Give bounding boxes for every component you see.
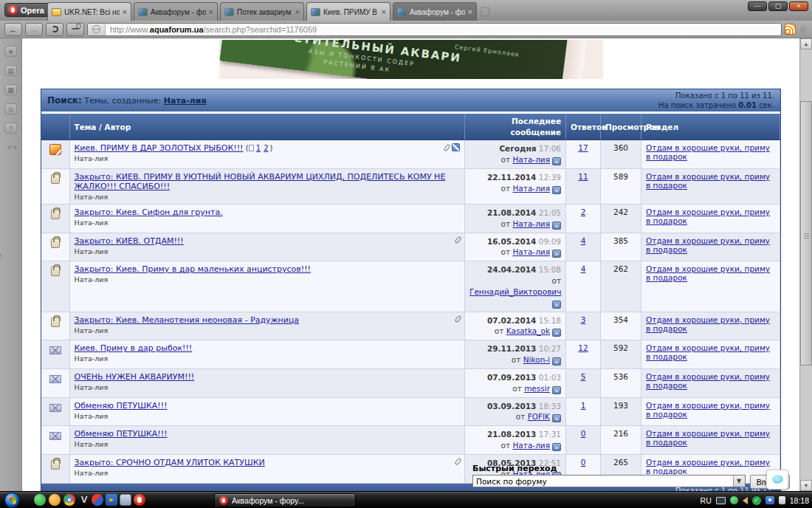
ad-banner[interactable]: Сергей Ермолаев СТИТЕЛЬНЫЙ АКВАРИ АЗЫ И … [219,40,603,79]
last-post-user-link[interactable]: FOFIK [528,412,550,421]
tray-antivirus-icon[interactable]: ✓ [752,496,761,505]
goto-last-post-icon[interactable] [552,443,561,451]
section-link[interactable]: Отдам в хорошие руки, приму в подарок [646,143,770,161]
language-indicator[interactable]: RU [701,496,712,505]
replies-link[interactable]: 11 [578,172,588,181]
widgets-panel-icon[interactable]: ▦ [4,84,17,95]
section-link[interactable]: Отдам в хорошие руки, приму в подарок [646,264,770,282]
topic-title-link[interactable]: Закрыто: Киев. Сифон для грунта. [75,207,223,217]
replies-link[interactable]: 1 [581,401,586,410]
last-post-user-link[interactable]: Ната-лия [512,155,550,164]
last-post-user-link[interactable]: Ната-лия [512,441,550,450]
section-link[interactable]: Отдам в хорошие руки, приму в подарок [646,315,770,333]
v-app-icon[interactable]: V [78,494,90,506]
scroll-up-arrow[interactable]: ▲ [800,38,812,49]
topic-title-link[interactable]: Закрыто: КИЕВ. ОТДАМ!!! [75,236,184,246]
goto-last-post-icon[interactable] [552,301,561,309]
replies-link[interactable]: 17 [578,143,588,152]
media-player-icon[interactable] [106,494,117,506]
topic-title-link[interactable]: Закрыто: Киев. Приму в дар маленьких анц… [75,264,311,274]
topic-title-link[interactable]: Обменяю ПЕТУШКА!!! [75,429,168,439]
active-task-button[interactable]: Аквафорум - фору... [214,493,356,507]
tab-ukrnet[interactable]: UKR.NET: Всі новини ... × [47,2,131,21]
replies-link[interactable]: 0 [581,429,586,438]
topic-title-link[interactable]: ОЧЕНЬ НУЖЕН АКВАРИУМ!!! [75,372,195,382]
reload-button[interactable] [46,23,63,36]
notes-panel-icon[interactable]: ▤ [4,65,17,76]
search-user-link[interactable]: Ната-лия [164,96,207,106]
opera-taskbar-icon[interactable] [134,494,145,506]
header-topic[interactable]: Тема / Автор [69,114,465,140]
close-tab-icon[interactable]: × [209,8,213,16]
start-button[interactable] [4,492,20,508]
scroll-down-arrow[interactable]: ▼ [800,480,812,491]
page-scrollbar[interactable]: ▲ ▼ [799,38,812,491]
panel-collapse-arrow[interactable]: ‹ [0,251,2,259]
wand-button[interactable] [66,23,84,36]
bookmark-star-icon[interactable]: ☆ [799,24,808,35]
topic-title-link[interactable]: Закрыто: Киев. Меланотения неоновая - Ра… [75,315,300,325]
section-link[interactable]: Отдам в хорошие руки, приму в подарок [646,401,770,419]
topic-title-link[interactable]: Обменяю ПЕТУШКА!!! [75,401,168,411]
paperclip-icon[interactable] [454,315,461,323]
replies-link[interactable]: 5 [581,372,586,381]
replies-link[interactable]: 3 [581,315,586,324]
back-button[interactable]: ← [4,23,22,36]
topic-title-link[interactable]: Закрыто: СРОЧНО ОТДАМ УЛИТОК КАТУШКИ [75,458,265,467]
section-link[interactable]: Отдам в хорошие руки, приму в подарок [646,172,770,190]
paperclip-icon[interactable] [443,143,450,151]
tab-aquaforum-1[interactable]: Аквафорум - форум ... × [134,2,218,21]
last-post-user-link[interactable]: Ната-лия [512,219,550,228]
topic-title-link[interactable]: Закрыто: КИЕВ. ПРИМУ В УЮТНЫЙ НОВЫЙ АКВА… [75,172,446,191]
section-link[interactable]: Отдам в хорошие руки, приму в подарок [646,372,770,390]
orange-app-icon[interactable] [49,494,61,506]
tray-volume-icon[interactable] [743,497,748,504]
close-tab-icon[interactable]: × [123,8,127,16]
tab-aquaforum-search-active[interactable]: Аквафорум - форум ... × [393,2,477,21]
last-post-user-link[interactable]: messir [524,384,550,393]
paperclip-icon[interactable] [454,236,461,244]
edited-icon[interactable] [452,143,460,151]
goto-last-post-icon[interactable] [552,329,561,337]
tray-network-icon[interactable] [765,496,774,504]
last-post-user-link[interactable]: Nikon-i [523,355,550,364]
last-post-user-link[interactable]: Ната-лия [512,184,550,193]
section-link[interactable]: Отдам в хорошие руки, приму в подарок [646,207,770,225]
replies-link[interactable]: 4 [581,264,586,273]
section-link[interactable]: Отдам в хорошие руки, приму в подарок [646,236,770,254]
clock[interactable]: 18:18 [790,496,809,505]
tray-power-icon[interactable] [779,496,785,504]
goto-last-post-icon[interactable] [552,250,561,258]
minimize-button[interactable]: — [748,1,767,11]
chrome-icon[interactable] [63,494,75,506]
header-section[interactable]: Раздел [641,114,780,140]
quick-jump-select[interactable]: Поиск по форуму ▼ [472,475,746,487]
last-post-user-link[interactable]: Ната-лия [512,247,550,256]
red-blue-app-icon[interactable] [92,494,103,506]
goto-last-post-icon[interactable] [552,357,561,365]
header-views[interactable]: Просмотров [601,114,641,140]
utorrent-icon[interactable] [34,494,46,506]
replies-link[interactable]: 4 [581,236,586,245]
goto-last-post-icon[interactable] [552,386,561,394]
replies-link[interactable]: 12 [578,343,588,352]
paperclip-icon[interactable] [454,458,461,466]
header-last-post[interactable]: Последнее сообщение [465,114,566,140]
close-tab-icon[interactable]: × [382,8,386,16]
tab-kiev-primu-v-dar[interactable]: Киев. ПРИМУ В ДАР ... × [306,2,390,21]
new-tab-button[interactable] [481,7,489,16]
header-replies[interactable]: Ответов [566,114,601,140]
topic-title-link[interactable]: Киев. Приму в дар рыбок!!! [75,343,193,353]
site-badge[interactable] [88,24,106,35]
section-link[interactable]: Отдам в хорошие руки, приму в подарок [646,343,770,361]
maximize-button[interactable]: ▢ [768,1,788,11]
forward-button[interactable]: → [25,23,43,36]
close-button[interactable]: × [789,1,808,11]
topic-page-link[interactable]: 1 [256,144,261,152]
last-post-user-link[interactable]: Геннадий_Викторович [469,287,561,296]
replies-link[interactable]: 2 [581,207,586,216]
topic-page-link[interactable]: 2 [264,144,268,152]
opera-menu-button[interactable]: Opera [4,3,51,17]
scrollbar-thumb[interactable] [800,101,812,365]
section-link[interactable]: Отдам в хорошие руки, приму в подарок [646,429,770,447]
